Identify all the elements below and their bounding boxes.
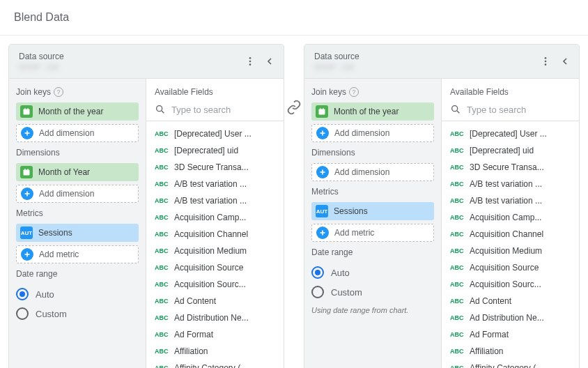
- field-type-icon: ABC: [450, 181, 464, 187]
- date-auto-radio[interactable]: Auto: [16, 284, 139, 304]
- join-key-chip[interactable]: Month of the year: [16, 102, 139, 121]
- field-type-icon: ABC: [155, 181, 169, 187]
- data-source-name[interactable]: SHOP - GA: [314, 63, 359, 71]
- field-item[interactable]: ABCAcquisition Camp...: [146, 209, 284, 226]
- join-key-chip[interactable]: Month of the year: [311, 102, 434, 121]
- field-type-icon: ABC: [450, 281, 464, 288]
- svg-rect-5: [28, 108, 29, 110]
- field-search-input[interactable]: [467, 105, 571, 115]
- panel-menu-button[interactable]: [240, 52, 260, 71]
- metric-chip[interactable]: AUTSessions: [311, 202, 434, 220]
- field-label: Ad Distribution Ne...: [470, 313, 544, 323]
- add-dimension-label: Add dimension: [334, 167, 389, 177]
- radio-icon: [311, 266, 324, 279]
- svg-point-2: [249, 63, 252, 66]
- field-label: [Deprecrated] uid: [470, 146, 534, 155]
- dimension-chip[interactable]: Month of Year: [16, 163, 139, 181]
- field-item[interactable]: ABCAd Distribution Ne...: [442, 309, 579, 326]
- page-header: Blend Data: [0, 0, 588, 36]
- svg-point-19: [545, 63, 547, 66]
- field-item[interactable]: ABCAd Format: [146, 326, 284, 343]
- field-type-icon: ABC: [155, 298, 169, 305]
- svg-rect-8: [24, 170, 30, 176]
- search-icon: [450, 104, 461, 115]
- field-item[interactable]: ABCAcquisition Medium: [146, 243, 284, 259]
- field-item[interactable]: ABCAffiliation: [146, 343, 284, 360]
- field-type-icon: ABC: [155, 264, 169, 271]
- metrics-label: Metrics: [311, 187, 434, 197]
- add-dimension-label: Add dimension: [39, 189, 94, 199]
- field-item[interactable]: ABCAd Format: [442, 326, 579, 343]
- svg-line-30: [457, 111, 459, 113]
- add-join-key[interactable]: Add dimension: [311, 124, 434, 142]
- metric-chip-icon: AUT: [20, 227, 33, 239]
- date-custom-radio[interactable]: Custom: [311, 282, 434, 302]
- field-item[interactable]: ABCAcquisition Source: [146, 259, 284, 276]
- field-item[interactable]: ABCAd Distribution Ne...: [146, 309, 284, 326]
- metric-chip[interactable]: AUTSessions: [16, 224, 139, 242]
- add-metric[interactable]: Add metric: [16, 245, 139, 263]
- field-label: Ad Format: [174, 330, 213, 339]
- field-search-row: [442, 100, 579, 121]
- field-item[interactable]: ABCAd Content: [442, 293, 579, 309]
- field-item[interactable]: ABCAcquisition Source: [442, 259, 579, 276]
- field-type-icon: ABC: [450, 214, 464, 221]
- join-key-chip-icon: [20, 105, 33, 118]
- field-item[interactable]: ABCAcquisition Camp...: [442, 209, 579, 226]
- date-custom-radio[interactable]: Custom: [16, 304, 139, 323]
- add-dimension-icon: [21, 187, 33, 200]
- field-label: [Deprecrated] uid: [174, 146, 238, 155]
- field-item[interactable]: ABCAffinity Category (: [146, 360, 284, 368]
- field-item[interactable]: ABC[Deprecated] User ...: [146, 125, 284, 142]
- field-item[interactable]: ABCA/B test variation ...: [146, 176, 284, 192]
- field-item[interactable]: ABC3D Secure Transa...: [146, 159, 284, 176]
- field-item[interactable]: ABCAcquisition Sourc...: [146, 276, 284, 293]
- field-item[interactable]: ABCA/B test variation ...: [442, 176, 579, 192]
- field-search-input[interactable]: [171, 105, 275, 115]
- field-item[interactable]: ABCAffiliation: [442, 343, 579, 360]
- date-auto-radio[interactable]: Auto: [311, 263, 434, 282]
- field-item[interactable]: ABC[Deprecrated] uid: [146, 142, 284, 159]
- add-metric[interactable]: Add metric: [311, 224, 434, 242]
- svg-rect-9: [25, 169, 26, 171]
- date-range-label: Date range: [16, 269, 139, 279]
- field-list[interactable]: ABC[Deprecated] User ...ABC[Deprecrated]…: [146, 121, 284, 368]
- panel-menu-button[interactable]: [536, 52, 555, 71]
- dimension-chip-icon: [20, 166, 33, 178]
- field-label: Affinity Category (: [174, 363, 240, 368]
- add-join-key[interactable]: Add dimension: [16, 124, 139, 142]
- metric-chip-label: Sessions: [38, 228, 72, 238]
- svg-point-0: [249, 57, 252, 59]
- help-icon[interactable]: ?: [54, 87, 63, 97]
- available-fields-column: Available FieldsABC[Deprecated] User ...…: [441, 79, 579, 368]
- field-item[interactable]: ABCA/B test variation ...: [146, 192, 284, 209]
- field-label: Affiliation: [470, 346, 503, 356]
- field-item[interactable]: ABCAcquisition Sourc...: [442, 276, 579, 293]
- field-item[interactable]: ABCAcquisition Channel: [146, 226, 284, 243]
- field-type-icon: ABC: [155, 331, 169, 338]
- field-item[interactable]: ABC[Deprecrated] uid: [442, 142, 579, 159]
- add-metric-icon: [316, 227, 329, 239]
- field-item[interactable]: ABCAd Content: [146, 293, 284, 309]
- data-source-name[interactable]: SHOP - GA: [19, 63, 64, 71]
- field-item[interactable]: ABC[Deprecated] User ...: [442, 125, 579, 142]
- field-label: Acquisition Sourc...: [174, 279, 246, 289]
- field-label: [Deprecated] User ...: [174, 129, 252, 139]
- field-item[interactable]: ABCAcquisition Channel: [442, 226, 579, 243]
- collapse-button[interactable]: [260, 52, 279, 71]
- join-link-icon: [284, 44, 304, 115]
- add-dimension[interactable]: Add dimension: [311, 163, 434, 181]
- field-type-icon: ABC: [450, 264, 464, 271]
- add-dimension[interactable]: Add dimension: [16, 185, 139, 203]
- field-list[interactable]: ABC[Deprecated] User ...ABC[Deprecrated]…: [442, 121, 579, 368]
- field-label: Acquisition Camp...: [174, 213, 246, 222]
- field-item[interactable]: ABC3D Secure Transa...: [442, 159, 579, 176]
- field-item[interactable]: ABCAffinity Category (: [442, 360, 579, 368]
- data-source-label: Data source: [19, 52, 64, 61]
- field-item[interactable]: ABCAcquisition Medium: [442, 243, 579, 259]
- svg-point-18: [545, 61, 547, 63]
- field-label: Acquisition Camp...: [470, 213, 541, 222]
- help-icon[interactable]: ?: [349, 87, 359, 97]
- field-item[interactable]: ABCA/B test variation ...: [442, 192, 579, 209]
- collapse-button[interactable]: [555, 52, 575, 71]
